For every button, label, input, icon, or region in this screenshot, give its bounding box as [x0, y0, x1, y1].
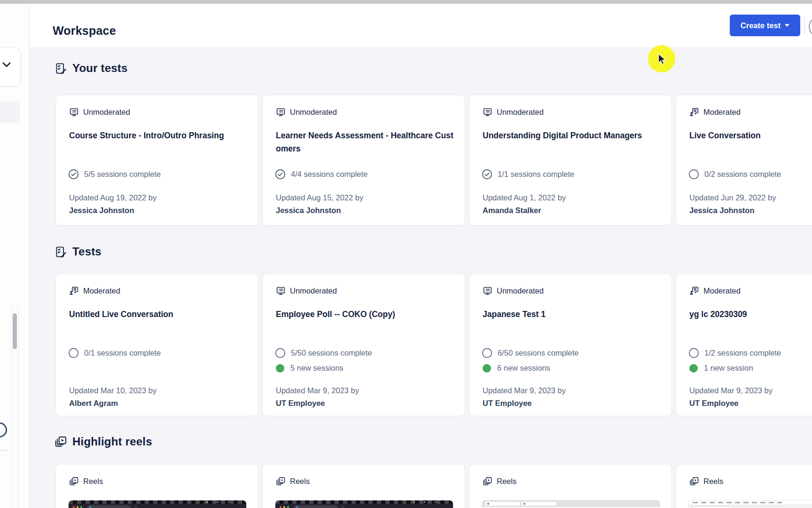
updated-date: Updated Aug 19, 2022 by [69, 191, 156, 204]
card-type-label: Unmoderated [497, 286, 544, 295]
test-card[interactable]: Unmoderated Employee Poll -- COKO (Copy)… [262, 273, 465, 416]
updated-author: Amanda Stalker [483, 204, 566, 217]
updated-info: Updated Jun 29, 2022 by Jessica Johnston [689, 191, 776, 217]
test-card[interactable]: Reels [469, 464, 672, 508]
reels-icon [276, 476, 286, 486]
reels-section-icon [55, 436, 67, 448]
test-card[interactable]: Moderated Live Conversation 0/2 sessions… [676, 95, 812, 226]
sessions-status: 1/2 sessions complete [688, 348, 781, 358]
card-title[interactable]: Course Structure - Intro/Outro Phrasing [69, 129, 247, 142]
card-row: Moderated Untitled Live Conversation 0/1… [55, 273, 812, 416]
updated-info: Updated Aug 1, 2022 by Amanda Stalker [483, 191, 566, 217]
card-title[interactable]: yg lc 20230309 [689, 308, 812, 321]
card-title[interactable]: Live Conversation [689, 129, 812, 142]
section-your-tests: Your tests Unmoderated [55, 60, 812, 76]
test-card[interactable]: Moderated Untitled Live Conversation 0/1… [55, 273, 258, 416]
card-row: Unmoderated Course Structure - Intro/Out… [55, 95, 812, 226]
updated-author: Jessica Johnston [69, 204, 156, 217]
page-title: Workspace [53, 24, 116, 38]
card-title[interactable]: Untitled Live Conversation [69, 308, 247, 321]
section-tests: Tests Moderated Unt [55, 244, 812, 260]
dark-browser-thumb [69, 500, 246, 508]
test-card[interactable]: Reels [55, 464, 258, 508]
test-card[interactable]: Reels [262, 464, 465, 508]
card-type: Moderated [69, 286, 120, 296]
card-type-label: Reels [497, 477, 516, 486]
section-title: Highlight reels [72, 435, 152, 448]
card-type: Unmoderated [276, 286, 337, 296]
card-type: Reels [69, 476, 103, 486]
create-test-button[interactable]: Create test [730, 15, 800, 36]
card-type-label: Reels [83, 477, 103, 486]
sidebar-collapse-button[interactable] [0, 47, 21, 87]
sidebar-selected-item[interactable] [0, 102, 20, 123]
topbar-divider [804, 16, 805, 34]
card-row: Reels [55, 464, 812, 508]
sessions-status: 0/1 sessions complete [68, 348, 161, 358]
unmoderated-icon [276, 107, 286, 117]
reel-thumbnail [482, 500, 660, 508]
new-sessions-text: 5 new sessions [290, 364, 344, 373]
caret-down-icon [785, 24, 789, 27]
card-title[interactable]: Japanese Test 1 [483, 308, 660, 321]
test-card[interactable]: Unmoderated Understanding Digital Produc… [469, 95, 672, 226]
updated-date: Updated Mar 9, 2023 by [483, 384, 566, 397]
create-test-label: Create test [741, 21, 781, 30]
updated-info: Updated Aug 15, 2022 by Jessica Johnston [276, 191, 363, 217]
help-button-clipped[interactable] [809, 16, 812, 37]
scrollbar-thumb[interactable] [13, 313, 17, 349]
moderated-icon [689, 286, 699, 296]
light-browser-thumb [482, 500, 660, 508]
updated-date: Updated Mar 9, 2023 by [276, 384, 359, 397]
reel-thumbnail [69, 500, 246, 508]
updated-date: Updated Aug 15, 2022 by [276, 191, 363, 204]
card-type-label: Moderated [703, 108, 741, 117]
sessions-status: 5/50 sessions complete [275, 348, 372, 358]
card-title[interactable]: Learner Needs Assessment - Healthcare Cu… [276, 129, 453, 155]
card-type: Moderated [689, 286, 741, 296]
moderated-icon [69, 286, 79, 296]
tests-section-icon [55, 62, 67, 75]
section-header: Your tests [55, 60, 812, 76]
check-circle-icon [68, 169, 79, 180]
test-card[interactable]: Unmoderated Course Structure - Intro/Out… [55, 95, 258, 226]
test-card[interactable]: Unmoderated Japanese Test 1 6/50 session… [469, 273, 672, 416]
new-sessions: 5 new sessions [276, 364, 344, 373]
card-title[interactable]: Employee Poll -- COKO (Copy) [276, 308, 453, 321]
avatar-ring-clipped [0, 422, 7, 437]
updated-author: Albert Agram [69, 397, 156, 410]
sidebar-scrollbar[interactable] [11, 305, 19, 508]
section-title: Your tests [72, 62, 128, 75]
empty-circle-icon [688, 348, 699, 358]
new-sessions-text: 6 new sessions [497, 364, 550, 373]
updated-info: Updated Aug 19, 2022 by Jessica Johnston [69, 191, 156, 217]
sessions-text: 4/4 sessions complete [291, 170, 367, 179]
unmoderated-icon [69, 107, 79, 117]
card-type: Reels [689, 476, 723, 486]
section-highlight-reels: Highlight reels Reels [55, 434, 812, 450]
updated-date: Updated Mar 9, 2023 by [689, 384, 773, 397]
content: Your tests Unmoderated [30, 47, 812, 508]
empty-circle-icon [482, 348, 492, 358]
sessions-status: 5/5 sessions complete [68, 169, 161, 180]
unmoderated-icon [483, 286, 492, 296]
test-card[interactable]: Reels [676, 464, 812, 508]
reels-icon [689, 476, 699, 486]
cursor-icon [657, 53, 668, 65]
sessions-text: 1/1 sessions complete [498, 170, 574, 179]
updated-date: Updated Aug 1, 2022 by [483, 191, 566, 204]
updated-date: Updated Jun 29, 2022 by [689, 191, 776, 204]
card-type-label: Moderated [83, 286, 120, 295]
dark-browser-thumb [275, 500, 453, 508]
unmoderated-icon [276, 286, 286, 296]
card-type: Moderated [689, 107, 741, 117]
moderated-icon [689, 107, 699, 117]
card-type-label: Reels [703, 477, 723, 486]
test-card[interactable]: Moderated yg lc 20230309 1/2 sessions co… [676, 273, 812, 416]
test-card[interactable]: Unmoderated Learner Needs Assessment - H… [262, 95, 465, 226]
updated-info: Updated Mar 10, 2023 by Albert Agram [69, 384, 156, 410]
card-type-label: Moderated [703, 286, 741, 295]
card-title[interactable]: Understanding Digital Product Managers [483, 129, 660, 142]
reel-thumbnail [275, 500, 453, 508]
empty-circle-icon [275, 348, 286, 358]
